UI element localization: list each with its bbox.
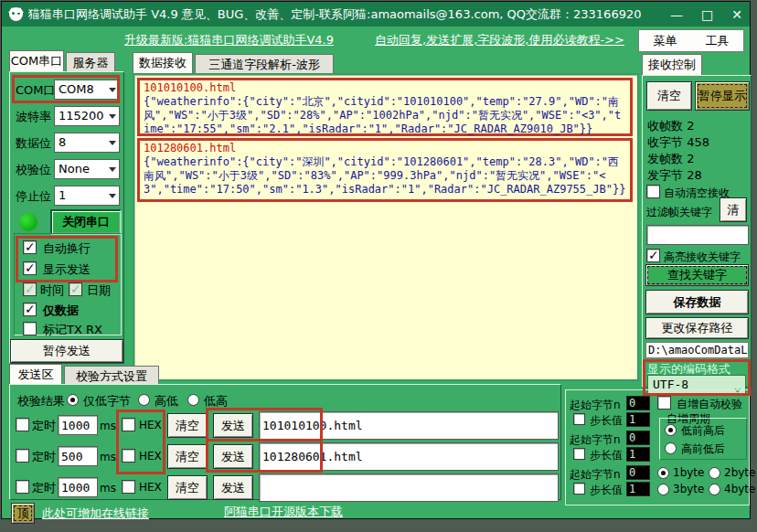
upgrade-link[interactable]: 升级最新版:猫猫串口网络调试助手V4.9 <box>124 32 334 48</box>
byte1-radio[interactable] <box>657 467 669 479</box>
interval-input-2[interactable] <box>58 446 98 466</box>
pause-send-button[interactable]: 暂停发送 <box>10 339 123 363</box>
start-byte-label-3: 起始字节n <box>570 467 621 483</box>
step-input-2[interactable] <box>626 447 650 462</box>
hex-checkbox-1[interactable] <box>122 418 135 431</box>
step-input-3[interactable] <box>626 482 650 496</box>
send-button-1[interactable]: 发送 <box>213 413 253 438</box>
send-panel: 校验结果 仅低字节 高低 低高 定时 ms HEX 清空 发送 定时 ms HE… <box>9 384 561 500</box>
com-port-select[interactable]: COM8 <box>54 80 120 100</box>
checksum-lowbyte-label: 仅低字节 <box>83 393 131 410</box>
checksum-lowhigh-radio[interactable] <box>187 394 199 406</box>
minimize-icon[interactable]: — <box>670 7 683 22</box>
tab-wave-parse[interactable]: 三通道字段解析-波形 <box>195 54 334 73</box>
send-button-3[interactable]: 发送 <box>213 475 253 500</box>
receive-data-area[interactable]: 101010100.html {"weatherinfo":{"city":"北… <box>133 73 639 381</box>
tab-data-receive[interactable]: 数据接收 <box>133 52 193 73</box>
interval-input-1[interactable] <box>58 415 98 435</box>
date-label: 日期 <box>87 282 111 299</box>
time-checkbox[interactable] <box>23 282 37 296</box>
checksum-highlow-label: 高低 <box>155 393 178 410</box>
baud-rate-select[interactable]: 115200 <box>54 106 120 126</box>
data-only-checkbox[interactable] <box>23 303 37 316</box>
step-label-3: 步长值 <box>590 483 623 498</box>
send-text-input-1[interactable] <box>259 411 559 440</box>
window-title: 猫猫串口网络调试助手 V4.9 意见、BUG、改善、定制-联系阿猫:amaoma… <box>28 6 641 23</box>
clear-send-button-1[interactable]: 清空 <box>167 413 208 438</box>
send-text-input-3[interactable] <box>259 473 559 502</box>
data-bits-select[interactable]: 8 <box>54 133 120 153</box>
app-window: 猫猫串口网络调试助手 V4.9 意见、BUG、改善、定制-联系阿猫:amaoma… <box>1 1 751 519</box>
timer-checkbox-2[interactable] <box>16 449 29 463</box>
clear-receive-button[interactable]: 清空 <box>646 81 692 111</box>
tab-server[interactable]: 服务器 <box>66 52 115 71</box>
save-path-text: D:\amaoComDataLo <box>645 342 749 358</box>
high-first-radio[interactable] <box>665 442 677 454</box>
step-input-1[interactable] <box>626 412 650 427</box>
hex-label-2: HEX <box>139 450 162 463</box>
byte2-radio[interactable] <box>709 467 720 479</box>
close-icon[interactable]: ✕ <box>731 7 742 22</box>
stop-bits-select[interactable]: 1 <box>54 186 120 206</box>
low-first-radio[interactable] <box>665 424 677 436</box>
step-checkbox-3[interactable] <box>573 483 585 495</box>
scroll-top-button[interactable]: 顶 <box>11 503 35 524</box>
parity-select[interactable]: None <box>54 159 120 179</box>
menu-bar: 菜单 工具 <box>638 29 744 52</box>
close-port-button[interactable]: 关闭串口 <box>50 209 122 235</box>
send-button-2[interactable]: 发送 <box>213 444 253 469</box>
show-send-checkbox[interactable] <box>23 261 37 275</box>
menu-button[interactable]: 菜单 <box>639 33 691 49</box>
auto-clear-checkbox[interactable] <box>646 185 660 198</box>
opensource-download-link[interactable]: 阿猫串口开源版本下载 <box>224 504 343 520</box>
checksum-highlow-radio[interactable] <box>138 394 150 406</box>
autowrap-checkbox[interactable] <box>23 240 37 254</box>
tab-receive-control[interactable]: 接收控制 <box>642 54 702 75</box>
tutorial-link[interactable]: 自动回复,发送扩展,字段波形,使用必读教程->> <box>375 32 624 48</box>
byte3-radio[interactable] <box>657 484 669 495</box>
frame-content: {"weatherinfo":{"city":"深圳","cityid":"10… <box>144 155 626 197</box>
checksum-lowhigh-label: 低高 <box>204 393 228 410</box>
timer-checkbox-3[interactable] <box>16 480 29 494</box>
checksum-lowbyte-radio[interactable] <box>67 394 79 406</box>
start-byte-input-3[interactable] <box>626 465 650 480</box>
filter-keyword-input[interactable] <box>646 225 749 245</box>
start-byte-input-1[interactable] <box>626 396 650 410</box>
com-settings-panel: COM口 COM8 波特率 115200 数据位 8 校验位 None 停止位 … <box>9 71 124 364</box>
tx-bytes-stat: 发字节 28 <box>647 167 702 184</box>
byte4-radio[interactable] <box>709 484 720 495</box>
find-keyword-button[interactable]: 查找关键字 <box>645 264 749 286</box>
send-text-input-2[interactable] <box>259 442 559 471</box>
clear-send-button-3[interactable]: 清空 <box>167 475 208 500</box>
hex-checkbox-3[interactable] <box>122 480 135 494</box>
timer-checkbox-1[interactable] <box>16 418 29 431</box>
step-checkbox-1[interactable] <box>573 413 585 425</box>
auto-checksum-checkbox[interactable] <box>657 396 671 410</box>
app-cat-icon <box>9 7 23 21</box>
save-data-button[interactable]: 保存数据 <box>645 290 749 314</box>
dropdown-arrow-icon <box>109 194 116 202</box>
hex-label-1: HEX <box>139 419 162 431</box>
tab-checksum-settings[interactable]: 校验方式设置 <box>64 366 159 384</box>
tab-com-port[interactable]: COM串口 <box>9 50 64 71</box>
date-checkbox[interactable] <box>69 282 82 296</box>
change-save-path-button[interactable]: 更改保存路径 <box>645 317 749 339</box>
show-send-label: 显示发送 <box>43 261 91 278</box>
step-checkbox-2[interactable] <box>573 448 585 460</box>
add-online-link[interactable]: 此处可增加在线链接 <box>42 505 149 522</box>
start-byte-input-2[interactable] <box>626 431 650 445</box>
maximize-icon[interactable]: □ <box>701 7 713 22</box>
parity-label: 校验位 <box>16 162 51 178</box>
data-only-label: 仅数据 <box>43 303 79 319</box>
autowrap-label: 自动换行 <box>43 240 91 257</box>
highlight-keyword-checkbox[interactable] <box>646 249 660 262</box>
tools-button[interactable]: 工具 <box>691 33 743 49</box>
byte3-label: 3byte <box>673 483 704 495</box>
hex-checkbox-2[interactable] <box>122 449 135 463</box>
tab-send-area[interactable]: 发送区 <box>9 364 62 384</box>
clear-filter-button[interactable]: 清 <box>720 197 747 222</box>
interval-input-3[interactable] <box>58 477 98 497</box>
mark-txrx-checkbox[interactable] <box>23 322 37 335</box>
pause-display-button[interactable]: 暂停显示 <box>695 81 750 111</box>
clear-send-button-2[interactable]: 清空 <box>167 444 208 469</box>
